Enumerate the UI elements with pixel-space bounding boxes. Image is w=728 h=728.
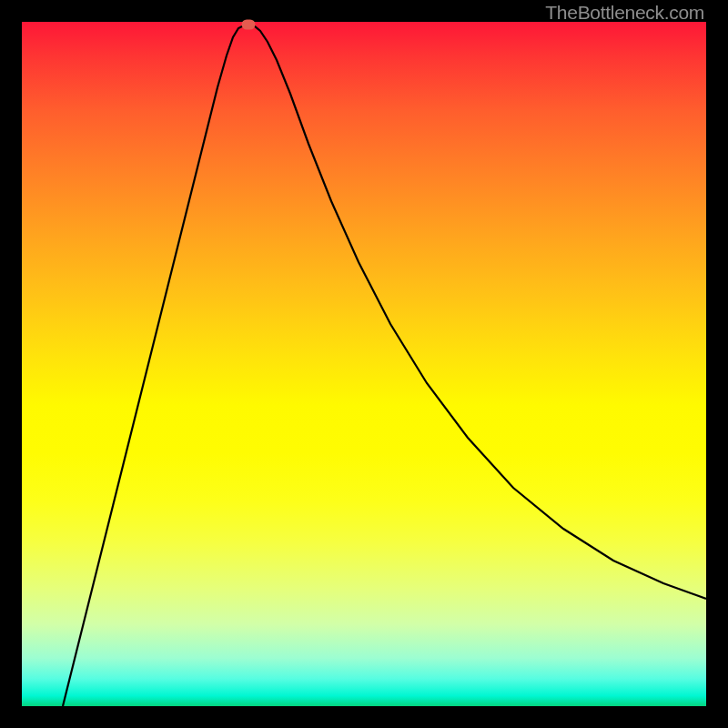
chart-container: TheBottleneck.com	[0, 0, 728, 728]
watermark-text: TheBottleneck.com	[545, 2, 704, 24]
optimum-marker	[242, 20, 256, 30]
bottleneck-curve	[22, 22, 706, 706]
